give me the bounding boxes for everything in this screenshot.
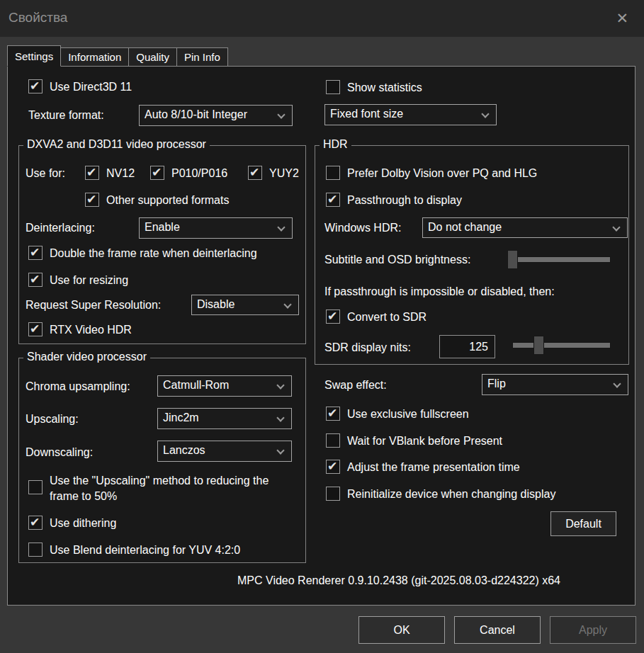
checkbox-box[interactable] <box>28 246 43 260</box>
checkbox-box[interactable] <box>28 480 43 494</box>
super-resolution-label: Request Super Resolution: <box>26 299 161 312</box>
close-icon[interactable]: ✕ <box>611 8 633 28</box>
texture-format-label: Texture format: <box>28 109 104 122</box>
sdr-nits-input[interactable]: 125 <box>439 335 495 358</box>
hdr-group: HDR Prefer Dolby Vision over PQ and HLG … <box>315 145 629 365</box>
checkbox-box[interactable] <box>85 166 99 180</box>
checkbox-box[interactable] <box>28 543 43 557</box>
shader-group-title: Shader video processor <box>23 351 150 363</box>
tab-quality[interactable]: Quality <box>128 47 177 67</box>
chevron-down-icon <box>277 223 285 231</box>
ok-button[interactable]: OK <box>358 616 445 644</box>
osd-brightness-slider[interactable] <box>507 248 611 271</box>
window-title: Свойства <box>9 10 67 25</box>
rtx-video-hdr-checkbox[interactable]: RTX Video HDR <box>28 322 132 337</box>
checkbox-box[interactable] <box>326 407 340 421</box>
blend-deinterlacing-checkbox[interactable]: Use Blend deinterlacing for YUV 4:2:0 <box>28 543 240 557</box>
sdr-nits-label: SDR display nits: <box>324 341 411 354</box>
shader-group: Shader video processor Chroma upsampling… <box>18 358 306 563</box>
exclusive-fullscreen-checkbox[interactable]: Use exclusive fullscreen <box>326 407 469 421</box>
passthrough-checkbox[interactable]: Passthrough to display <box>326 193 462 208</box>
chevron-down-icon <box>276 381 284 389</box>
chevron-down-icon <box>276 446 284 454</box>
yuy2-checkbox[interactable]: YUY2 <box>248 166 299 181</box>
checkbox-box[interactable] <box>28 322 43 336</box>
use-for-resizing-checkbox[interactable]: Use for resizing <box>28 273 128 288</box>
checkbox-box[interactable] <box>85 193 99 207</box>
chevron-down-icon <box>612 223 620 231</box>
properties-dialog: Свойства ✕ Settings Information Quality … <box>0 0 644 653</box>
checkbox-box[interactable] <box>326 80 340 94</box>
chevron-down-icon <box>276 414 284 421</box>
apply-button[interactable]: Apply <box>550 616 636 644</box>
upscaling-label: Upscaling: <box>26 413 79 426</box>
upscaling-method-50-checkbox[interactable]: Use the "Upscaling" method to reducing t… <box>28 473 269 504</box>
windows-hdr-label: Windows HDR: <box>324 222 401 234</box>
slider-track[interactable] <box>512 342 611 348</box>
checkbox-box[interactable] <box>326 433 340 448</box>
checkbox-box[interactable] <box>326 166 340 180</box>
hdr-group-title: HDR <box>320 138 351 151</box>
fallback-note: If passthrough is impossible or disabled… <box>324 285 555 298</box>
checkbox-box[interactable] <box>326 310 340 324</box>
other-formats-checkbox[interactable]: Other supported formats <box>85 193 229 208</box>
downscaling-dropdown[interactable]: Lanczos <box>157 441 292 462</box>
chroma-upsampling-dropdown[interactable]: Catmull-Rom <box>157 375 292 397</box>
tab-pin-info[interactable]: Pin Info <box>176 47 228 67</box>
super-resolution-dropdown[interactable]: Disable <box>191 295 299 315</box>
sdr-nits-slider[interactable] <box>507 334 611 356</box>
tab-bar: Settings Information Quality Pin Info <box>7 45 228 67</box>
checkbox-box[interactable] <box>248 166 262 180</box>
checkbox-box[interactable] <box>28 516 43 530</box>
windows-hdr-dropdown[interactable]: Do not change <box>422 217 628 238</box>
downscaling-label: Downscaling: <box>26 446 93 459</box>
statistics-font-dropdown[interactable]: Fixed font size <box>324 104 497 125</box>
default-button[interactable]: Default <box>550 511 616 536</box>
show-statistics-checkbox[interactable]: Show statistics <box>326 80 422 95</box>
slider-track[interactable] <box>512 256 611 263</box>
deinterlacing-dropdown[interactable]: Enable <box>139 217 293 239</box>
texture-format-dropdown[interactable]: Auto 8/10-bit Integer <box>139 105 293 126</box>
slider-thumb[interactable] <box>507 250 518 269</box>
prefer-dolby-vision-checkbox[interactable]: Prefer Dolby Vision over PQ and HLG <box>326 166 537 181</box>
convert-to-sdr-checkbox[interactable]: Convert to SDR <box>326 310 426 324</box>
version-text: MPC Video Renderer 0.9.10.2438 (git-2025… <box>237 574 560 587</box>
checkbox-box[interactable] <box>28 273 43 287</box>
use-for-label: Use for: <box>26 167 65 180</box>
deinterlacing-label: Deinterlacing: <box>26 222 95 234</box>
wait-vblank-checkbox[interactable]: Wait for VBlank before Present <box>326 433 502 448</box>
chroma-upsampling-label: Chroma upsampling: <box>26 380 130 393</box>
slider-thumb[interactable] <box>533 336 544 355</box>
chevron-down-icon <box>277 110 285 118</box>
dxva-group: DXVA2 and D3D11 video processor Use for:… <box>18 145 306 344</box>
chevron-down-icon <box>283 300 291 308</box>
use-direct3d11-checkbox[interactable]: Use Direct3D 11 <box>28 79 132 94</box>
checkbox-box[interactable] <box>326 487 340 501</box>
checkbox-box[interactable] <box>28 79 43 93</box>
use-dithering-checkbox[interactable]: Use dithering <box>28 516 116 530</box>
tab-information[interactable]: Information <box>60 47 129 67</box>
adjust-frame-time-checkbox[interactable]: Adjust the frame presentation time <box>326 460 520 475</box>
chevron-down-icon <box>613 380 621 387</box>
reinit-device-checkbox[interactable]: Reinitialize device when changing displa… <box>326 487 555 501</box>
checkbox-box[interactable] <box>326 193 340 207</box>
double-frame-rate-checkbox[interactable]: Double the frame rate when deinterlacing <box>28 246 257 261</box>
cancel-button[interactable]: Cancel <box>454 616 541 644</box>
tab-settings[interactable]: Settings <box>7 45 61 67</box>
dxva-group-title: DXVA2 and D3D11 video processor <box>23 138 210 151</box>
upscaling-dropdown[interactable]: Jinc2m <box>157 408 292 429</box>
osd-brightness-label: Subtitle and OSD brightness: <box>324 254 470 266</box>
checkbox-box[interactable] <box>326 460 340 474</box>
nv12-checkbox[interactable]: NV12 <box>85 166 135 181</box>
swap-effect-dropdown[interactable]: Flip <box>482 374 628 395</box>
checkbox-box[interactable] <box>150 166 164 180</box>
titlebar: Свойства ✕ <box>0 0 644 37</box>
p010-checkbox[interactable]: P010/P016 <box>150 166 227 181</box>
chevron-down-icon <box>481 110 489 118</box>
settings-panel: Use Direct3D 11 Texture format: Auto 8/1… <box>7 66 635 606</box>
swap-effect-label: Swap effect: <box>324 379 387 392</box>
